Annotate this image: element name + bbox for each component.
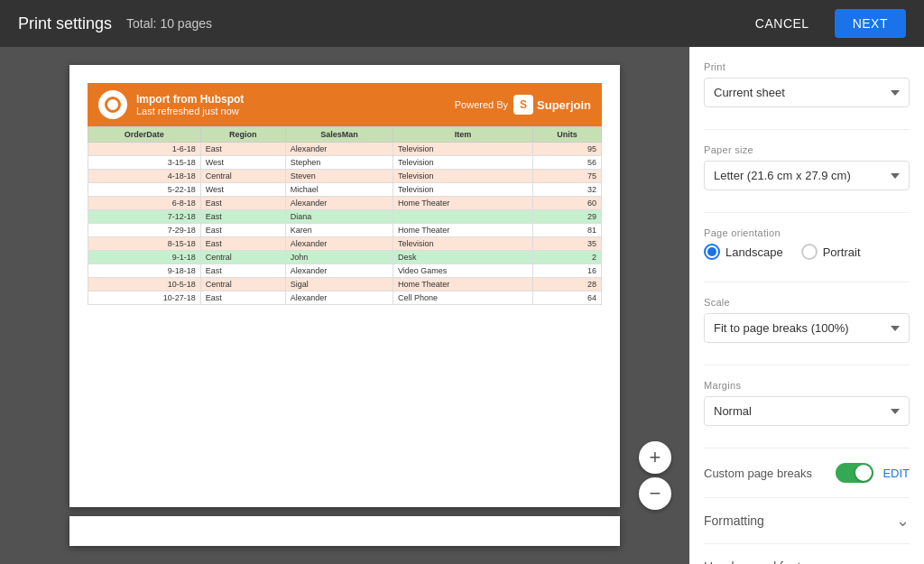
- table-row: 9-18-18EastAlexanderVideo Games16: [88, 264, 602, 278]
- paper-size-group: Paper size Letter (21.6 cm x 27.9 cm) A4…: [704, 144, 910, 190]
- landscape-option[interactable]: Landscape: [704, 244, 783, 260]
- zoom-out-button[interactable]: −: [639, 477, 671, 510]
- formatting-chevron: ⌄: [896, 511, 910, 531]
- col-region: Region: [200, 127, 285, 143]
- paper-size-select[interactable]: Letter (21.6 cm x 27.9 cm) A4 (21 cm x 2…: [704, 161, 910, 190]
- table-row: 9-1-18CentralJohnDesk2: [88, 251, 602, 264]
- table-row: 7-29-18EastKarenHome Theater81: [88, 224, 602, 237]
- preview-pane: Import from Hubspot Last refreshed just …: [0, 47, 689, 564]
- superjoin-logo: S Superjoin: [513, 95, 591, 115]
- settings-panel: Print Current sheet All sheets Selection…: [689, 47, 924, 564]
- formatting-label: Formatting: [704, 513, 764, 528]
- table-row: 3-15-18WestStephenTelevision56: [88, 156, 602, 170]
- headers-footers-section[interactable]: Headers and footers ⌄: [704, 543, 910, 564]
- page-preview-second: [69, 516, 620, 546]
- toggle-controls: EDIT: [836, 463, 910, 483]
- portrait-label: Portrait: [823, 245, 861, 259]
- sheet-logo: [98, 90, 127, 119]
- scale-group: Scale Fit to page breaks (100%) Fit to w…: [704, 297, 910, 343]
- orientation-radio-group: Landscape Portrait: [704, 244, 910, 260]
- table-row: 10-27-18EastAlexanderCell Phone64: [88, 291, 602, 305]
- col-salesman: SalesMan: [285, 127, 393, 143]
- orientation-label: Page orientation: [704, 227, 910, 238]
- paper-size-label: Paper size: [704, 144, 910, 155]
- sheet-powered-by: Powered By S Superjoin: [455, 95, 591, 115]
- toggle-knob: [855, 465, 872, 481]
- table-row: 8-15-18EastAlexanderTelevision35: [88, 237, 602, 251]
- header-actions: CANCEL NEXT: [741, 9, 906, 38]
- headers-footers-chevron: ⌄: [896, 557, 910, 564]
- table-row: 10-5-18CentralSigalHome Theater28: [88, 278, 602, 291]
- divider-2: [704, 212, 910, 213]
- orientation-group: Page orientation Landscape Portrait: [704, 227, 910, 260]
- next-button[interactable]: NEXT: [835, 9, 906, 38]
- page-preview-first: Import from Hubspot Last refreshed just …: [69, 65, 620, 507]
- cancel-button[interactable]: CANCEL: [741, 9, 824, 38]
- page-title: Print settings: [18, 14, 112, 33]
- margins-group: Margins Normal Narrow Wide Custom: [704, 380, 910, 426]
- divider-1: [704, 129, 910, 130]
- portrait-option[interactable]: Portrait: [801, 244, 861, 260]
- scale-select[interactable]: Fit to page breaks (100%) Fit to width F…: [704, 313, 910, 343]
- print-label: Print: [704, 61, 910, 72]
- custom-page-breaks-row: Custom page breaks EDIT: [704, 463, 910, 483]
- margins-select[interactable]: Normal Narrow Wide Custom: [704, 396, 910, 426]
- table-row: 7-12-18EastDiana29: [88, 210, 602, 224]
- table-row: 5-22-18WestMichaelTelevision32: [88, 183, 602, 197]
- sheet-header-bar: Import from Hubspot Last refreshed just …: [88, 83, 602, 126]
- sheet-header-text: Import from Hubspot Last refreshed just …: [136, 93, 244, 116]
- table-row: 1-6-18EastAlexanderTelevision95: [88, 143, 602, 156]
- edit-button[interactable]: EDIT: [882, 467, 910, 480]
- custom-page-breaks-label: Custom page breaks: [704, 467, 812, 480]
- headers-footers-label: Headers and footers: [704, 559, 818, 564]
- divider-5: [704, 448, 910, 448]
- header-left: Print settings Total: 10 pages: [18, 14, 212, 33]
- col-item: Item: [393, 127, 532, 143]
- zoom-controls: + −: [639, 441, 671, 510]
- portrait-radio[interactable]: [801, 244, 818, 260]
- formatting-section[interactable]: Formatting ⌄: [704, 497, 910, 543]
- landscape-label: Landscape: [725, 245, 783, 259]
- landscape-radio[interactable]: [704, 244, 720, 260]
- divider-4: [704, 365, 910, 365]
- table-row: 4-18-18CentralStevenTelevision75: [88, 170, 602, 183]
- main-content: Import from Hubspot Last refreshed just …: [0, 47, 924, 564]
- margins-label: Margins: [704, 380, 910, 391]
- scale-label: Scale: [704, 297, 910, 308]
- table-row: 6-8-18EastAlexanderHome Theater60: [88, 197, 602, 210]
- pages-info: Total: 10 pages: [126, 16, 212, 31]
- superjoin-icon: S: [513, 95, 533, 115]
- col-orderdate: OrderDate: [88, 127, 201, 143]
- header: Print settings Total: 10 pages CANCEL NE…: [0, 0, 924, 47]
- print-select[interactable]: Current sheet All sheets Selection: [704, 78, 910, 107]
- divider-3: [704, 282, 910, 282]
- custom-page-breaks-toggle[interactable]: [836, 463, 873, 483]
- zoom-in-button[interactable]: +: [639, 441, 671, 474]
- table-header-row: OrderDate Region SalesMan Item Units: [88, 127, 602, 143]
- print-setting-group: Print Current sheet All sheets Selection: [704, 61, 910, 107]
- col-units: Units: [533, 127, 602, 143]
- spreadsheet-table: OrderDate Region SalesMan Item Units 1-6…: [88, 126, 602, 305]
